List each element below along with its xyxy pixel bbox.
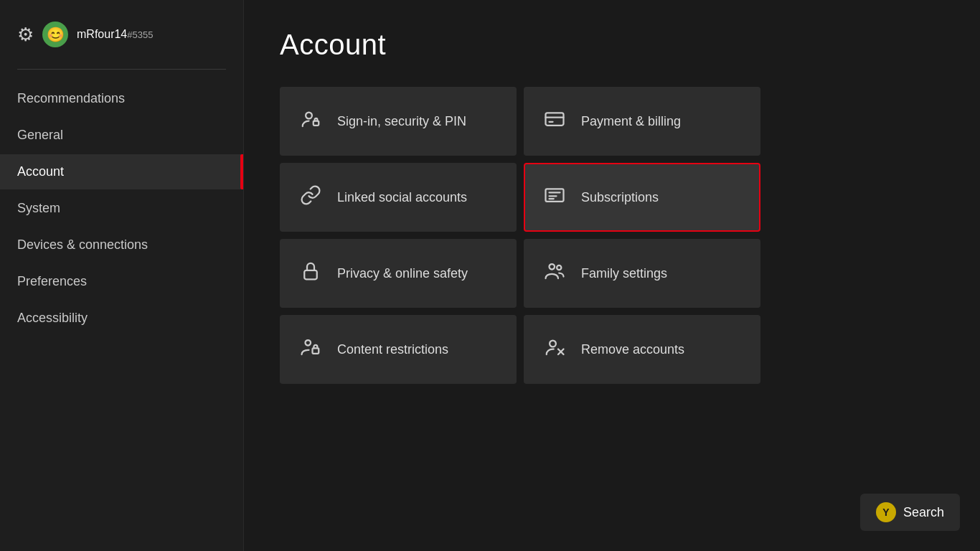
grid-item-subscriptions[interactable]: Subscriptions — [524, 163, 760, 232]
username-tag: #5355 — [127, 29, 153, 40]
avatar: 😊 — [42, 22, 68, 47]
sidebar: ⚙ 😊 mRfour14#5355 Recommendations Genera… — [0, 0, 244, 551]
sidebar-item-recommendations[interactable]: Recommendations — [0, 81, 243, 116]
svg-point-10 — [550, 264, 555, 270]
svg-rect-1 — [314, 121, 319, 125]
sidebar-item-system[interactable]: System — [0, 191, 243, 226]
grid-item-family[interactable]: Family settings — [524, 239, 760, 308]
page-title: Account — [280, 29, 944, 61]
svg-point-0 — [306, 112, 312, 118]
svg-rect-9 — [304, 270, 317, 279]
content-lock-icon — [298, 336, 323, 363]
sidebar-item-general[interactable]: General — [0, 118, 243, 153]
lock-icon — [298, 260, 323, 287]
grid-item-sign-in[interactable]: Sign-in, security & PIN — [280, 87, 517, 156]
grid-item-family-label: Family settings — [581, 266, 667, 281]
grid-item-payment[interactable]: Payment & billing — [524, 87, 760, 156]
search-label: Search — [903, 505, 944, 520]
credit-card-icon — [542, 108, 567, 135]
svg-point-14 — [550, 340, 556, 347]
sidebar-item-devices[interactable]: Devices & connections — [0, 227, 243, 263]
grid-item-remove-accounts-label: Remove accounts — [581, 342, 684, 357]
grid-item-content-restrictions[interactable]: Content restrictions — [280, 315, 517, 384]
grid-item-sign-in-label: Sign-in, security & PIN — [337, 114, 466, 129]
sidebar-item-preferences[interactable]: Preferences — [0, 264, 243, 299]
svg-rect-2 — [546, 113, 564, 126]
search-button[interactable]: Y Search — [860, 494, 960, 531]
username-container: mRfour14#5355 — [77, 28, 153, 41]
sidebar-header: ⚙ 😊 mRfour14#5355 — [0, 14, 243, 69]
grid-item-remove-accounts[interactable]: Remove accounts — [524, 315, 760, 384]
account-grid: Sign-in, security & PIN Payment & billin… — [280, 87, 760, 384]
grid-item-privacy[interactable]: Privacy & online safety — [280, 239, 517, 308]
grid-item-privacy-label: Privacy & online safety — [337, 266, 468, 281]
sidebar-item-account[interactable]: Account — [0, 154, 243, 189]
link-icon — [298, 184, 323, 211]
grid-item-linked-social-label: Linked social accounts — [337, 190, 467, 205]
gear-icon: ⚙ — [17, 24, 34, 46]
grid-item-payment-label: Payment & billing — [581, 114, 681, 129]
sidebar-item-accessibility[interactable]: Accessibility — [0, 301, 243, 336]
grid-item-content-restrictions-label: Content restrictions — [337, 342, 448, 357]
svg-point-11 — [557, 265, 561, 269]
svg-rect-5 — [546, 189, 564, 202]
person-remove-icon — [542, 336, 567, 363]
person-lock-icon — [298, 108, 323, 135]
sidebar-divider — [17, 69, 226, 70]
subscriptions-icon — [542, 184, 567, 211]
family-icon — [542, 260, 567, 287]
main-content: Account Sign-in, security & PIN — [244, 0, 980, 551]
svg-rect-13 — [313, 348, 319, 354]
search-button-icon: Y — [876, 502, 896, 522]
username: mRfour14 — [77, 28, 127, 40]
grid-item-linked-social[interactable]: Linked social accounts — [280, 163, 517, 232]
sidebar-nav: Recommendations General Account System D… — [0, 81, 243, 336]
grid-item-subscriptions-label: Subscriptions — [581, 190, 659, 205]
svg-point-12 — [306, 340, 311, 346]
